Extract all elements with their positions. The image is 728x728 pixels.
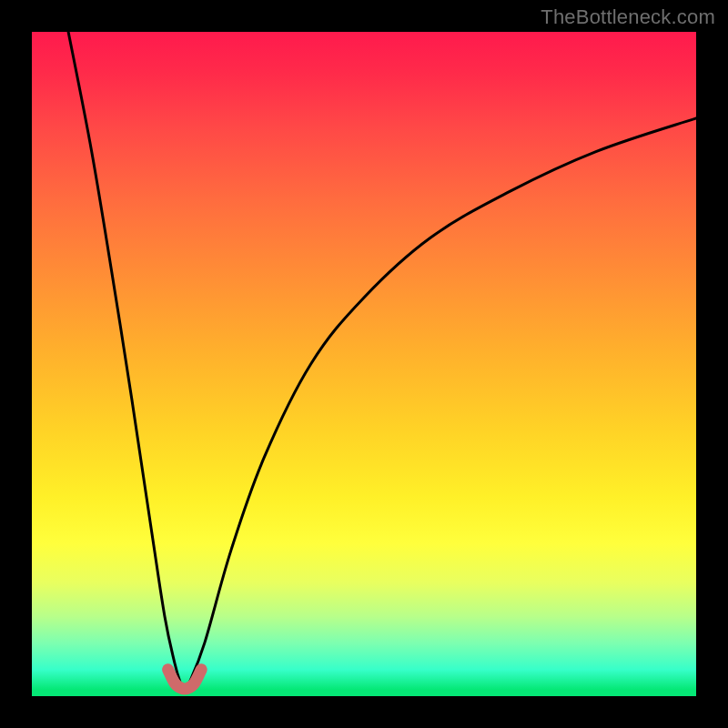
curve-left-branch [68, 32, 181, 686]
valley-highlight [168, 670, 202, 689]
curve-layer [32, 32, 696, 696]
chart-frame: TheBottleneck.com [0, 0, 728, 728]
bottleneck-curve [68, 32, 696, 689]
curve-right-branch [188, 118, 697, 686]
plot-area [32, 32, 696, 696]
watermark-text: TheBottleneck.com [541, 5, 715, 29]
